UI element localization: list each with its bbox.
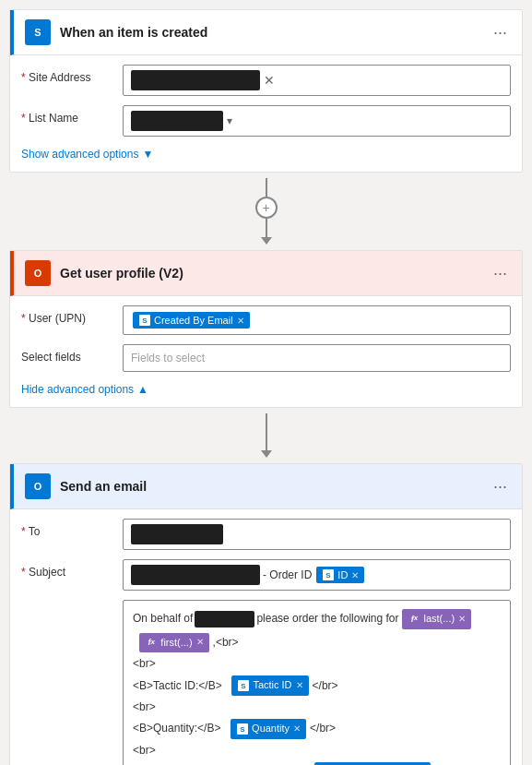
list-name-box[interactable]: ▾ (123, 105, 511, 137)
body-comma-br: ,<br> (213, 634, 239, 651)
subject-box[interactable]: - Order ID S ID ✕ (123, 559, 511, 591)
body-tactic-end: </br> (313, 677, 338, 695)
step2-menu[interactable]: ··· (490, 264, 511, 283)
site-address-label: Site Address (21, 65, 123, 84)
body-line8: <B>Charge Code/Cost Center:</B> S Charge… (133, 761, 501, 765)
body-redact-name (195, 611, 254, 628)
step1-body: Site Address ✕ List Name ▾ (10, 55, 522, 172)
svg-text:O: O (34, 481, 42, 492)
list-name-input[interactable]: ▾ (123, 105, 511, 137)
subject-id-tag[interactable]: S ID ✕ (316, 567, 364, 583)
subject-suffix: - Order ID (263, 568, 312, 581)
list-name-redacted (131, 111, 223, 131)
to-redacted (131, 524, 223, 544)
subject-tag-close[interactable]: ✕ (351, 570, 359, 580)
subject-prefix-redacted (131, 565, 260, 585)
office365-icon: O (25, 260, 51, 286)
connector1: + (0, 173, 532, 250)
body-first-tag[interactable]: fx first(...) ✕ (139, 633, 208, 653)
select-fields-row: Select fields Fields to select (21, 344, 511, 372)
connector2-line2 (266, 432, 267, 450)
list-name-row: List Name ▾ (21, 105, 511, 137)
site-address-redacted (131, 70, 260, 90)
select-fields-placeholder: Fields to select (131, 352, 205, 365)
step2-header[interactable]: O Get user profile (V2) ··· (10, 251, 522, 296)
connector1-line (266, 178, 267, 197)
body-first-tag-close[interactable]: ✕ (196, 635, 204, 650)
svg-text:S: S (326, 571, 332, 580)
connector1-plus[interactable]: + (255, 197, 278, 219)
connector2-line (266, 413, 267, 432)
body-last-tag-close[interactable]: ✕ (458, 612, 466, 627)
step1-title: When an item is created (60, 25, 490, 40)
hide-advanced-link[interactable]: Hide advanced options ▲ (21, 381, 511, 398)
body-quantity-html: <B>Quantity:</B> (133, 720, 227, 737)
step1-menu[interactable]: ··· (490, 23, 511, 42)
user-upn-box[interactable]: S Created By Email ✕ (123, 305, 511, 335)
body-last-fx-icon: fx (408, 613, 420, 626)
subject-label: Subject (21, 559, 123, 579)
body-first-fx-icon: fx (145, 636, 158, 649)
connector1-line2 (266, 219, 267, 237)
body-line6: <B>Quantity:</B> S Quantity ✕ (133, 718, 501, 740)
site-address-clear[interactable]: ✕ (264, 73, 275, 88)
user-upn-row: User (UPN) S Created By Email ✕ (21, 305, 511, 335)
step3-title: Send an email (60, 479, 490, 494)
body-label (21, 600, 123, 606)
body-quantity-sp-icon: S (236, 723, 249, 735)
site-address-box[interactable]: ✕ (123, 65, 511, 96)
site-address-input[interactable]: ✕ (123, 65, 511, 96)
to-row: To (21, 519, 511, 550)
step1-header[interactable]: S When an item is created ··· (10, 10, 522, 55)
email-body[interactable]: On behalf of please order the following … (123, 600, 511, 765)
body-tactic-id-tag[interactable]: S Tactic ID ✕ (231, 675, 308, 696)
body-tactic-tag-close[interactable]: ✕ (296, 678, 303, 693)
body-last-tag[interactable]: fx last(...) ✕ (402, 609, 471, 629)
step1-card: S When an item is created ··· Site Addre… (9, 9, 523, 173)
sharepoint-icon: S (25, 19, 51, 45)
to-box[interactable] (123, 519, 511, 550)
created-by-email-tag[interactable]: S Created By Email ✕ (133, 312, 250, 329)
created-by-email-tag-close[interactable]: ✕ (237, 316, 244, 326)
connector1-arrow (261, 237, 272, 245)
body-br1: <br> (133, 655, 156, 673)
body-nbsp (133, 634, 136, 651)
body-line7: <br> (133, 742, 501, 759)
svg-text:S: S (240, 725, 245, 734)
step2-title: Get user profile (V2) (60, 266, 490, 281)
user-upn-label: User (UPN) (21, 305, 123, 325)
svg-text:S: S (242, 682, 247, 690)
svg-text:O: O (34, 268, 42, 279)
step3-menu[interactable]: ··· (490, 477, 511, 496)
subject-row: Subject - Order ID S ID (21, 559, 511, 591)
connector2-arrow (261, 450, 272, 458)
body-line4: <B>Tactic ID:</B> S Tactic ID ✕ (133, 675, 501, 697)
subject-input[interactable]: - Order ID S ID ✕ (123, 559, 511, 591)
body-input[interactable]: On behalf of please order the following … (123, 600, 511, 765)
list-name-label: List Name (21, 105, 123, 125)
to-input[interactable] (123, 519, 511, 550)
list-name-chevron[interactable]: ▾ (227, 114, 232, 127)
body-line1: On behalf of please order the following … (133, 608, 501, 630)
body-quantity-tag[interactable]: S Quantity ✕ (231, 719, 306, 739)
select-fields-box[interactable]: Fields to select (123, 344, 511, 372)
body-quantity-end: </br> (310, 720, 336, 737)
step3-body: To Subject - Order ID (10, 509, 522, 765)
tag-sp-icon: S (138, 314, 151, 327)
step3-header[interactable]: O Send an email ··· (10, 464, 522, 509)
body-line2: fx first(...) ✕ ,<br> (133, 632, 501, 654)
user-upn-input[interactable]: S Created By Email ✕ (123, 305, 511, 335)
step2-body: User (UPN) S Created By Email ✕ (10, 296, 522, 407)
body-line5: <br> (133, 699, 501, 716)
svg-text:S: S (34, 27, 41, 38)
body-tactic-html: <B>Tactic ID:</B> (133, 677, 228, 695)
body-br3: <br> (133, 742, 156, 759)
body-quantity-tag-close[interactable]: ✕ (293, 722, 301, 736)
body-line3: <br> (133, 655, 501, 673)
select-fields-input[interactable]: Fields to select (123, 344, 511, 372)
subject-tag-sp-icon: S (322, 568, 335, 581)
body-br2: <br> (133, 699, 156, 716)
step3-card: O Send an email ··· To Subject (9, 463, 523, 765)
body-text-on-behalf: On behalf of (133, 610, 193, 628)
show-advanced-link[interactable]: Show advanced options ▼ (21, 146, 511, 162)
